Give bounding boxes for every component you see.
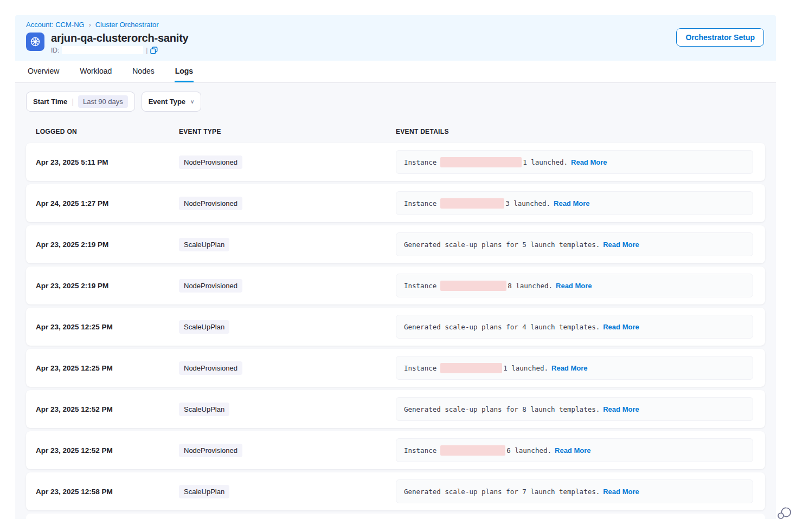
redacted-instance-id bbox=[440, 445, 505, 456]
logged-on: Apr 23, 2025 12:58 PM bbox=[26, 488, 179, 496]
log-event-row: Apr 23, 2025 12:52 PM ScaleUpPlan Genera… bbox=[26, 390, 765, 428]
detail-prefix: Generated scale-up plans for 7 launch te… bbox=[404, 488, 600, 496]
log-event-row: Apr 23, 2025 2:19 PM NodeProvisioned Ins… bbox=[26, 267, 765, 304]
read-more-link[interactable]: Read More bbox=[603, 323, 639, 331]
event-type-badge: ScaleUpPlan bbox=[179, 320, 229, 334]
log-event-row-partial bbox=[26, 514, 765, 519]
breadcrumb: Account: CCM-NG › Cluster Orchestrator bbox=[26, 21, 765, 29]
read-more-link[interactable]: Read More bbox=[551, 364, 587, 372]
detail-prefix: Instance bbox=[404, 282, 436, 290]
event-details-box: Generated scale-up plans for 4 launch te… bbox=[396, 315, 753, 339]
chat-bubble-icon[interactable] bbox=[776, 504, 792, 520]
start-time-filter[interactable]: Start Time | Last 90 days bbox=[26, 92, 135, 112]
breadcrumb-account-link[interactable]: Account: CCM-NG bbox=[26, 21, 85, 29]
tab-label: Nodes bbox=[132, 67, 154, 75]
read-more-link[interactable]: Read More bbox=[555, 446, 590, 455]
event-type-badge: ScaleUpPlan bbox=[179, 238, 229, 251]
redacted-instance-id bbox=[440, 281, 506, 291]
table-header-row: LOGGED ON EVENT TYPE EVENT DETAILS bbox=[26, 121, 765, 143]
filter-row: Start Time | Last 90 days Event Type ∨ bbox=[26, 92, 765, 112]
id-separator: | bbox=[146, 47, 147, 54]
redacted-instance-id bbox=[440, 198, 504, 209]
detail-prefix: Generated scale-up plans for 4 launch te… bbox=[404, 323, 600, 331]
breadcrumb-separator-icon: › bbox=[89, 21, 91, 29]
logged-on: Apr 23, 2025 12:25 PM bbox=[26, 364, 179, 372]
redacted-instance-id bbox=[440, 157, 522, 167]
event-type-cell: ScaleUpPlan bbox=[179, 485, 396, 498]
detail-suffix: 1 launched. bbox=[523, 158, 568, 166]
logged-on: Apr 23, 2025 2:19 PM bbox=[26, 282, 179, 290]
page-header: Account: CCM-NG › Cluster Orchestrator bbox=[15, 15, 776, 61]
column-header-event-details: EVENT DETAILS bbox=[396, 128, 753, 135]
copy-icon[interactable] bbox=[150, 47, 158, 54]
event-type-filter[interactable]: Event Type ∨ bbox=[142, 92, 202, 112]
event-details-box: Generated scale-up plans for 5 launch te… bbox=[396, 232, 753, 256]
event-details-box: Generated scale-up plans for 7 launch te… bbox=[396, 479, 753, 503]
tab-workload[interactable]: Workload bbox=[79, 61, 112, 82]
read-more-link[interactable]: Read More bbox=[603, 488, 639, 496]
logged-on: Apr 23, 2025 12:25 PM bbox=[26, 323, 179, 331]
event-details-cell: Generated scale-up plans for 7 launch te… bbox=[396, 479, 753, 503]
event-type-label: Event Type bbox=[149, 98, 185, 106]
event-details-cell: Instance8 launched.Read More bbox=[396, 274, 753, 297]
logged-on: Apr 23, 2025 5:11 PM bbox=[26, 158, 179, 166]
detail-prefix: Instance bbox=[404, 364, 436, 372]
log-event-row: Apr 23, 2025 12:25 PM ScaleUpPlan Genera… bbox=[26, 308, 765, 346]
title-row: arjun-qa-clusterorch-sanity ID: | bbox=[26, 31, 765, 54]
redacted-cluster-id bbox=[62, 46, 143, 54]
detail-prefix: Instance bbox=[404, 158, 436, 166]
tab-label: Logs bbox=[175, 67, 193, 75]
event-list: Apr 23, 2025 5:11 PM NodeProvisioned Ins… bbox=[26, 143, 765, 519]
read-more-link[interactable]: Read More bbox=[571, 158, 607, 166]
id-label: ID: bbox=[51, 47, 59, 54]
event-details-box: Instance6 launched.Read More bbox=[396, 438, 753, 462]
column-header-event-type: EVENT TYPE bbox=[179, 128, 396, 135]
event-details-cell: Generated scale-up plans for 8 launch te… bbox=[396, 397, 753, 421]
tab-bar: Overview Workload Nodes Logs bbox=[15, 61, 776, 83]
event-type-badge: NodeProvisioned bbox=[179, 279, 242, 293]
cluster-orchestrator-page: Account: CCM-NG › Cluster Orchestrator bbox=[15, 15, 776, 519]
read-more-link[interactable]: Read More bbox=[554, 199, 589, 207]
tab-overview[interactable]: Overview bbox=[27, 61, 60, 82]
tab-logs[interactable]: Logs bbox=[175, 61, 194, 82]
tab-label: Workload bbox=[80, 67, 112, 75]
event-type-cell: NodeProvisioned bbox=[179, 279, 396, 293]
event-type-cell: ScaleUpPlan bbox=[179, 403, 396, 416]
event-type-badge: NodeProvisioned bbox=[179, 444, 242, 457]
detail-prefix: Generated scale-up plans for 8 launch te… bbox=[404, 405, 600, 413]
event-type-cell: ScaleUpPlan bbox=[179, 320, 396, 334]
detail-prefix: Instance bbox=[404, 446, 436, 455]
event-details-box: Generated scale-up plans for 8 launch te… bbox=[396, 397, 753, 421]
logged-on: Apr 24, 2025 1:27 PM bbox=[26, 199, 179, 207]
event-details-box: Instance1 launched.Read More bbox=[396, 356, 753, 380]
read-more-link[interactable]: Read More bbox=[603, 405, 639, 413]
log-event-row: Apr 23, 2025 12:25 PM NodeProvisioned In… bbox=[26, 349, 765, 387]
detail-suffix: 6 launched. bbox=[506, 446, 551, 455]
read-more-link[interactable]: Read More bbox=[603, 241, 639, 249]
orchestrator-setup-button[interactable]: Orchestrator Setup bbox=[676, 28, 764, 47]
event-details-box: Instance3 launched.Read More bbox=[396, 191, 753, 215]
event-details-box: Instance1 launched.Read More bbox=[396, 150, 753, 174]
event-type-badge: NodeProvisioned bbox=[179, 197, 242, 210]
event-type-cell: NodeProvisioned bbox=[179, 155, 396, 169]
event-details-cell: Instance6 launched.Read More bbox=[396, 438, 753, 462]
filter-divider: | bbox=[72, 98, 74, 106]
read-more-link[interactable]: Read More bbox=[556, 282, 592, 290]
event-details-box: Instance8 launched.Read More bbox=[396, 274, 753, 297]
event-type-cell: NodeProvisioned bbox=[179, 361, 396, 375]
breadcrumb-cluster-orchestrator-link[interactable]: Cluster Orchestrator bbox=[95, 21, 159, 29]
log-event-row: Apr 23, 2025 5:11 PM NodeProvisioned Ins… bbox=[26, 143, 765, 181]
detail-prefix: Instance bbox=[404, 199, 436, 207]
detail-suffix: 8 launched. bbox=[508, 282, 553, 290]
kubernetes-wheel-icon bbox=[26, 33, 44, 51]
log-event-row: Apr 23, 2025 12:58 PM ScaleUpPlan Genera… bbox=[26, 472, 765, 510]
event-type-cell: NodeProvisioned bbox=[179, 197, 396, 210]
cluster-id-row: ID: | bbox=[51, 46, 189, 54]
log-event-row: Apr 23, 2025 12:52 PM NodeProvisioned In… bbox=[26, 431, 765, 469]
event-details-cell: Generated scale-up plans for 4 launch te… bbox=[396, 315, 753, 339]
start-time-value: Last 90 days bbox=[78, 95, 128, 108]
event-details-cell: Generated scale-up plans for 5 launch te… bbox=[396, 232, 753, 256]
detail-suffix: 1 launched. bbox=[503, 364, 548, 372]
logs-content: Start Time | Last 90 days Event Type ∨ L… bbox=[15, 83, 776, 519]
tab-nodes[interactable]: Nodes bbox=[132, 61, 155, 82]
